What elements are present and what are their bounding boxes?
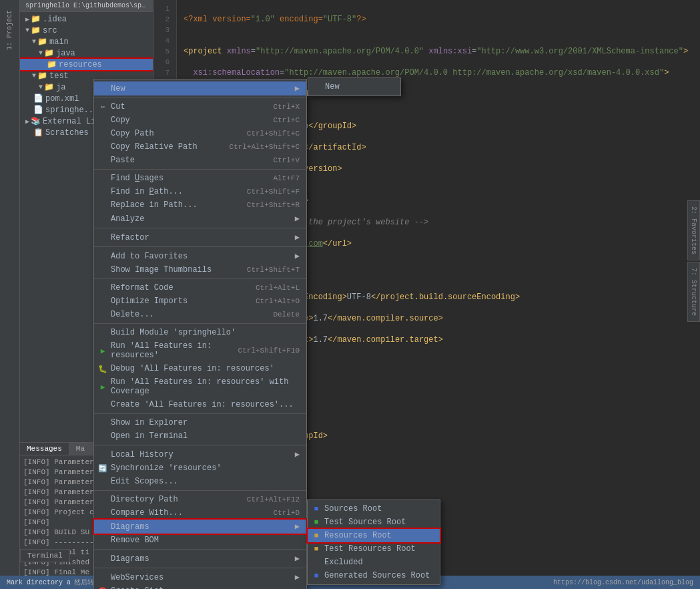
tree-label: ja xyxy=(56,83,65,92)
tree-item-resources[interactable]: 📁 resources xyxy=(20,59,153,70)
structure-label: 7: Structure xyxy=(690,268,697,316)
menu-item-find-usages[interactable]: Find Usages Alt+F7 xyxy=(94,172,306,185)
menu-item-delete[interactable]: Delete... Delete xyxy=(94,308,306,321)
mark-dir-submenu: ■ Sources Root ■ Test Sources Root ■ Res… xyxy=(307,500,440,585)
sources-icon: ■ xyxy=(311,505,322,513)
menu-item-optimize[interactable]: Optimize Imports Ctrl+Alt+O xyxy=(94,294,306,308)
menu-item-add-fav[interactable]: Add to Favorites ▶ xyxy=(94,249,306,263)
menu-item-new[interactable]: New ▶ xyxy=(94,81,306,95)
project-label[interactable]: 1: Project xyxy=(6,10,13,50)
menu-item-sync[interactable]: 🔄 Synchronize 'resources' xyxy=(94,461,306,475)
menu-item-terminal[interactable]: Open in Terminal xyxy=(94,429,306,443)
structure-tab[interactable]: 7: Structure xyxy=(687,262,700,322)
submenu-arrow-icon: ▶ xyxy=(295,554,300,564)
menu-item-create-gist[interactable]: ⭕ Create Gist... xyxy=(94,584,306,589)
menu-sep xyxy=(94,97,306,98)
menu-item-analyze[interactable]: Analyze ▶ xyxy=(94,212,306,226)
menu-item-mark-dir[interactable]: Diagrams ▶ xyxy=(94,520,306,534)
run-icon: ▶ xyxy=(97,347,108,355)
menu-sep xyxy=(94,413,306,414)
menu-item-dir-path[interactable]: Directory Path Ctrl+Alt+F12 xyxy=(94,493,306,506)
submenu-arrow-icon: ▶ xyxy=(295,251,300,261)
favorites-tab[interactable]: 2: Favorites xyxy=(687,200,700,260)
terminal-tab[interactable]: Terminal xyxy=(20,549,70,562)
menu-sep xyxy=(94,549,306,550)
new-submenu-item[interactable]: New xyxy=(308,80,400,93)
submenu-resources-root[interactable]: ■ Resources Root xyxy=(308,529,440,542)
menu-item-replace-path[interactable]: Replace in Path... Ctrl+Shift+R xyxy=(94,198,306,212)
submenu-test-sources-root[interactable]: ■ Test Sources Root xyxy=(308,516,440,529)
tree-item-idea[interactable]: ▶ 📁 .idea xyxy=(20,13,153,25)
mark-dir-label: Diagrams xyxy=(111,522,149,532)
menu-item-compare[interactable]: Compare With... Ctrl+D xyxy=(94,506,306,520)
status-right: https://blog.csdn.net/udailong_blog xyxy=(553,579,693,586)
generated-icon: ■ xyxy=(311,572,322,580)
menu-item-build[interactable]: Build Module 'springhello' xyxy=(94,326,306,339)
submenu-arrow-icon: ▶ xyxy=(295,449,300,459)
tree-item-main[interactable]: ▼ 📁 main xyxy=(20,36,153,47)
menu-item-debug[interactable]: 🐛 Debug 'All Features in: resources' xyxy=(94,362,306,375)
new-submenu-label: New xyxy=(325,82,340,91)
menu-sep xyxy=(94,228,306,228)
menu-item-copy-path[interactable]: Copy Path Ctrl+Shift+C xyxy=(94,127,306,140)
submenu-sources-root[interactable]: ■ Sources Root xyxy=(308,502,440,516)
folder-icon: 📁 xyxy=(37,71,47,81)
test-resources-icon: ■ xyxy=(311,545,322,553)
submenu-test-resources-root[interactable]: ■ Test Resources Root xyxy=(308,542,440,556)
tree-label: src xyxy=(43,26,57,35)
menu-item-show-explorer[interactable]: Show in Explorer xyxy=(94,416,306,429)
left-strip: 1: Project xyxy=(0,0,20,589)
tab-messages[interactable]: Messages xyxy=(20,443,69,455)
menu-item-diagrams[interactable]: Diagrams ▶ xyxy=(94,552,306,566)
tree-item-src[interactable]: ▼ 📁 src xyxy=(20,25,153,36)
tab-ma[interactable]: Ma xyxy=(69,443,92,455)
gist-icon: ⭕ xyxy=(97,587,108,590)
tree-label: springhe... xyxy=(45,106,98,115)
menu-item-thumbnails[interactable]: Show Image Thumbnails Ctrl+Shift+T xyxy=(94,263,306,276)
menu-item-local-history[interactable]: Local History ▶ xyxy=(94,447,306,461)
menu-item-copy-rel[interactable]: Copy Relative Path Ctrl+Alt+Shift+C xyxy=(94,140,306,154)
tree-item-java[interactable]: ▼ 📁 java xyxy=(20,47,153,59)
submenu-excluded[interactable]: Excluded xyxy=(308,556,440,569)
new-label: New xyxy=(111,84,125,93)
sync-icon: 🔄 xyxy=(97,464,108,473)
menu-item-refactor[interactable]: Refactor ▶ xyxy=(94,230,306,244)
menu-sep xyxy=(94,278,306,279)
tree-label: resources xyxy=(59,60,102,69)
tree-arrow: ▼ xyxy=(32,72,36,79)
folder-icon: 📁 xyxy=(37,37,47,47)
submenu-arrow-icon: ▶ xyxy=(295,232,300,242)
resources-icon: ■ xyxy=(311,532,322,540)
code-line: <project xmlns="http://maven.apache.org/… xyxy=(184,46,693,57)
menu-item-reformat[interactable]: Reformat Code Ctrl+Alt+L xyxy=(94,281,306,294)
debug-icon: 🐛 xyxy=(97,365,108,373)
test-resources-root-label: Test Resources Root xyxy=(324,544,416,554)
menu-item-run-coverage[interactable]: ▶ Run 'All Features in: resources' with … xyxy=(94,375,306,398)
menu-item-create[interactable]: Create 'All Features in: resources'... xyxy=(94,398,306,411)
folder-icon: 📁 xyxy=(44,48,54,58)
menu-item-edit-scopes[interactable]: Edit Scopes... xyxy=(94,475,306,488)
side-tabs: 2: Favorites 7: Structure xyxy=(687,200,700,322)
menu-item-run[interactable]: ▶ Run 'All Features in: resources' Ctrl+… xyxy=(94,339,306,362)
code-line: xsi:schemaLocation="http://maven.apache.… xyxy=(184,67,693,78)
menu-item-webservices[interactable]: WebServices ▶ xyxy=(94,570,306,584)
tree-label: main xyxy=(49,37,69,47)
menu-sep xyxy=(94,490,306,491)
menu-item-remove-bom[interactable]: Remove BOM xyxy=(94,534,306,547)
coverage-icon: ▶ xyxy=(97,383,108,391)
new-submenu: New xyxy=(308,77,401,96)
menu-item-paste[interactable]: Paste Ctrl+V xyxy=(94,154,306,167)
menu-item-cut[interactable]: ✂ Cut Ctrl+X xyxy=(94,100,306,114)
menu-item-copy[interactable]: Copy Ctrl+C xyxy=(94,114,306,127)
tree-arrow: ▶ xyxy=(25,118,29,126)
file-icon: 📄 xyxy=(33,105,43,115)
submenu-generated-sources[interactable]: ■ Generated Sources Root xyxy=(308,569,440,582)
menu-sep xyxy=(94,568,306,568)
tree-arrow: ▼ xyxy=(39,49,43,57)
generated-sources-label: Generated Sources Root xyxy=(324,571,430,580)
folder-icon: 📁 xyxy=(31,25,41,35)
menu-item-find-path[interactable]: Find in Path... Ctrl+Shift+F xyxy=(94,185,306,198)
file-icon: 📄 xyxy=(33,93,43,104)
test-sources-icon: ■ xyxy=(311,518,322,526)
scratch-icon: 📋 xyxy=(33,128,43,138)
